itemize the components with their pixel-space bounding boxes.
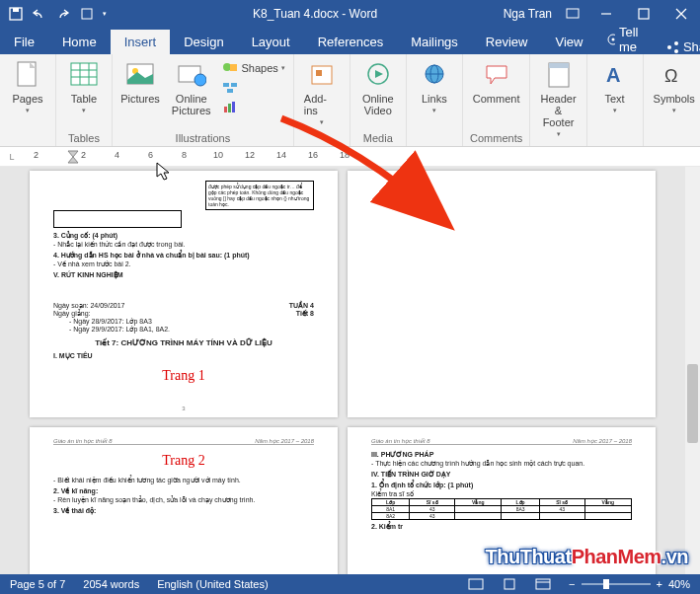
user-name[interactable]: Nga Tran xyxy=(504,7,552,21)
svg-rect-26 xyxy=(224,107,227,112)
tab-insert[interactable]: Insert xyxy=(111,30,171,54)
svg-rect-23 xyxy=(223,83,229,87)
group-label-comments: Comments xyxy=(469,132,524,146)
chart-button[interactable] xyxy=(220,99,286,116)
shapes-button[interactable]: Shapes ▾ xyxy=(220,59,286,77)
online-video-button[interactable]: Online Video xyxy=(356,57,400,118)
smartart-icon xyxy=(222,80,238,96)
pictures-button[interactable]: Pictures xyxy=(118,57,162,107)
maximize-button[interactable] xyxy=(625,0,662,28)
pages-button[interactable]: Pages▾ xyxy=(6,57,49,116)
zoom-slider[interactable] xyxy=(582,583,651,585)
svg-point-7 xyxy=(612,38,615,41)
svg-rect-2 xyxy=(82,9,92,19)
svg-rect-36 xyxy=(549,63,569,68)
zoom-in-button[interactable]: + xyxy=(657,578,662,590)
undo-icon[interactable] xyxy=(32,6,47,22)
svg-point-8 xyxy=(667,45,671,49)
page-indicator[interactable]: Page 5 of 7 xyxy=(10,578,65,590)
ruler-corner: L xyxy=(0,147,24,166)
pictures-icon xyxy=(124,59,156,91)
smartart-button[interactable] xyxy=(220,79,286,97)
attendance-table: LớpSĩ sốVắngLớpSĩ sốVắng 8A1438A343 8A24… xyxy=(371,498,632,520)
vertical-scrollbar[interactable] xyxy=(685,167,700,574)
view-print-icon[interactable] xyxy=(502,578,517,590)
group-label-media: Media xyxy=(356,132,400,146)
tab-design[interactable]: Design xyxy=(170,30,237,54)
group-label-tables: Tables xyxy=(62,132,106,146)
addins-icon xyxy=(306,59,338,91)
svg-rect-28 xyxy=(232,102,235,112)
svg-point-20 xyxy=(194,74,206,86)
share-button[interactable]: Share xyxy=(654,39,700,54)
zoom-level[interactable]: 40% xyxy=(668,578,690,590)
tab-review[interactable]: Review xyxy=(472,30,542,54)
qat-dropdown-icon[interactable]: ▾ xyxy=(103,10,107,18)
svg-rect-30 xyxy=(316,70,322,76)
links-button[interactable]: Links▾ xyxy=(413,57,456,116)
pages-icon xyxy=(12,59,43,91)
header-footer-icon xyxy=(543,59,575,91)
redo-icon[interactable] xyxy=(55,6,71,22)
shapes-icon xyxy=(222,60,238,76)
watermark: ThuThuatPhanMem.vn xyxy=(486,546,688,568)
document-page[interactable]: Giáo án tin học thiết 8Năm học 2017 – 20… xyxy=(30,427,338,574)
page-label: Trang 1 xyxy=(53,368,314,384)
svg-text:A: A xyxy=(606,64,620,86)
view-read-icon[interactable] xyxy=(468,578,484,590)
document-area[interactable]: được phép sử dụng cặp dấu ngoặc tr… để g… xyxy=(0,167,685,574)
tab-view[interactable]: View xyxy=(541,30,596,54)
zoom-out-button[interactable]: − xyxy=(569,578,575,590)
table-icon xyxy=(68,59,100,91)
text-button[interactable]: A Text▾ xyxy=(593,57,637,116)
tab-home[interactable]: Home xyxy=(48,30,111,54)
svg-rect-3 xyxy=(567,9,579,18)
svg-rect-41 xyxy=(536,579,550,589)
svg-rect-27 xyxy=(228,104,231,112)
language-indicator[interactable]: English (United States) xyxy=(157,578,269,590)
tab-file[interactable]: File xyxy=(0,30,48,54)
tell-me[interactable]: Tell me xyxy=(596,25,654,54)
tab-mailings[interactable]: Mailings xyxy=(397,30,472,54)
svg-rect-1 xyxy=(13,8,19,12)
touch-mode-icon[interactable] xyxy=(79,6,95,22)
text-icon: A xyxy=(599,59,631,91)
close-button[interactable] xyxy=(662,0,700,28)
table-button[interactable]: Table▾ xyxy=(62,57,106,116)
indent-marker-icon[interactable] xyxy=(67,147,79,165)
comment-button[interactable]: Comment xyxy=(469,57,524,107)
svg-point-10 xyxy=(674,49,678,53)
ribbon-display-icon[interactable] xyxy=(566,8,580,20)
svg-rect-25 xyxy=(227,89,233,93)
svg-point-9 xyxy=(674,41,678,45)
document-page-blank[interactable] xyxy=(348,171,656,417)
status-bar: Page 5 of 7 2054 words English (United S… xyxy=(0,574,700,594)
links-icon xyxy=(419,59,450,91)
svg-rect-24 xyxy=(231,83,237,87)
tab-references[interactable]: References xyxy=(304,30,397,54)
tab-layout[interactable]: Layout xyxy=(238,30,304,54)
online-pictures-icon xyxy=(176,59,207,91)
text-frame[interactable]: được phép sử dụng cặp dấu ngoặc tr… để g… xyxy=(205,181,314,210)
chart-icon xyxy=(222,100,238,115)
svg-text:Ω: Ω xyxy=(664,66,677,86)
symbols-icon: Ω xyxy=(659,59,690,91)
header-footer-button[interactable]: Header & Footer▾ xyxy=(536,57,580,140)
document-title: K8_Tuan 4.docx - Word xyxy=(253,7,377,21)
svg-rect-22 xyxy=(230,64,237,71)
online-pictures-button[interactable]: Online Pictures xyxy=(166,57,216,118)
ribbon: Pages▾ Table▾ Tables Pictures Online Pic… xyxy=(0,54,700,147)
addins-button[interactable]: Add-ins▾ xyxy=(300,57,344,128)
video-icon xyxy=(362,59,394,91)
svg-rect-5 xyxy=(639,9,649,19)
document-page[interactable]: được phép sử dụng cặp dấu ngoặc tr… để g… xyxy=(30,171,338,417)
view-web-icon[interactable] xyxy=(535,578,551,590)
title-bar: ▾ K8_Tuan 4.docx - Word Nga Tran xyxy=(0,0,700,28)
word-count[interactable]: 2054 words xyxy=(83,578,139,590)
svg-rect-12 xyxy=(71,63,97,85)
svg-point-21 xyxy=(223,63,231,71)
symbols-button[interactable]: Ω Symbols▾ xyxy=(650,57,699,116)
minimize-button[interactable] xyxy=(587,0,625,28)
scrollbar-thumb[interactable] xyxy=(687,364,698,443)
save-icon[interactable] xyxy=(8,6,24,22)
